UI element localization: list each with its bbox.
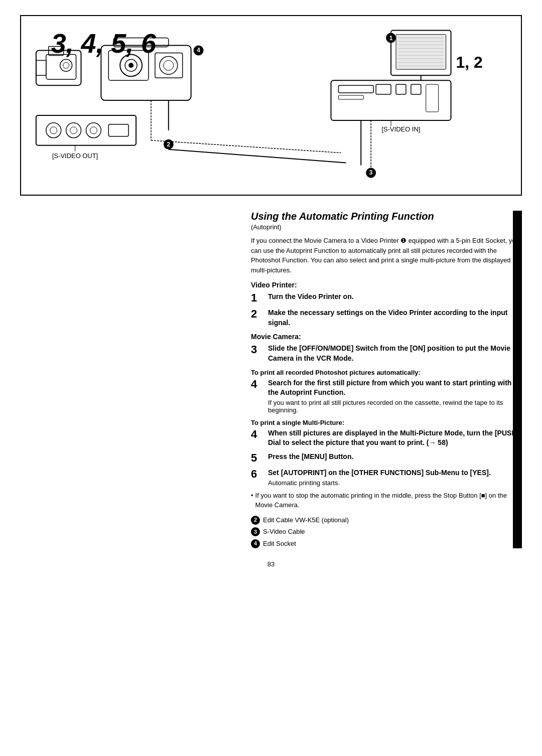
step-4p-text: Search for the first still picture from … <box>268 379 511 397</box>
step-3: 3 Slide the [OFF/ON/MODE] Switch from th… <box>251 344 522 363</box>
step-3-number: 3 <box>251 344 265 356</box>
legend-text-4: Edit Socket <box>263 539 296 549</box>
svg-point-13 <box>164 60 174 70</box>
step-6-number: 6 <box>251 468 265 480</box>
diagram-title: 3, 4, 5, 6 <box>51 28 157 58</box>
svg-point-23 <box>70 127 77 134</box>
step-1-text: Turn the Video Printer on. <box>268 292 522 302</box>
section-title: Using the Automatic Printing Function <box>251 211 522 222</box>
svg-rect-53 <box>396 84 406 94</box>
step-2-text: Make the necessary settings on the Video… <box>268 308 522 328</box>
step-5-text: Press the [MENU] Button. <box>268 452 522 462</box>
svg-text:4: 4 <box>197 47 200 54</box>
step-3-text: Slide the [OFF/ON/MODE] Switch from the … <box>268 344 522 363</box>
intro-text: If you connect the Movie Camera to a Vid… <box>251 236 522 275</box>
svg-rect-51 <box>338 95 363 99</box>
content-area: Using the Automatic Printing Function (A… <box>20 211 522 550</box>
step-6: 6 Set [AUTOPRINT] on the [OTHER FUNCTION… <box>251 468 522 487</box>
step-4m-number: 4 <box>251 428 265 440</box>
svg-point-24 <box>86 123 101 138</box>
movie-camera-label: Movie Camera: <box>251 333 522 341</box>
bullet-dot: • <box>251 491 253 501</box>
svg-rect-1 <box>36 60 46 75</box>
svg-rect-54 <box>411 84 421 94</box>
step-2: 2 Make the necessary settings on the Vid… <box>251 308 522 328</box>
section-subtitle: (Autoprint) <box>251 223 522 231</box>
step-6-sub: Automatic printing starts. <box>268 479 522 487</box>
multi-picture-label: To print a single Multi-Picture: <box>251 419 522 426</box>
svg-point-4 <box>63 62 69 68</box>
left-column <box>20 211 246 550</box>
diagram-section: 3, 4, 5, 6 4 <box>20 15 522 196</box>
video-printer-label: Video Printer: <box>251 281 522 289</box>
svg-point-20 <box>46 123 61 138</box>
step-4-photoshot: 4 Search for the first still picture fro… <box>251 378 522 414</box>
svg-point-10 <box>128 63 133 68</box>
legend-item-3: 3 S-Video Cable <box>251 527 522 537</box>
svg-text:3: 3 <box>369 169 373 176</box>
svg-text:[S-VIDEO OUT]: [S-VIDEO OUT] <box>52 152 98 160</box>
svg-rect-55 <box>426 84 439 112</box>
step-1: 1 Turn the Video Printer on. <box>251 292 522 304</box>
note-text-1: If you want to stop the automatic printi… <box>255 491 522 510</box>
step-5-number: 5 <box>251 452 265 464</box>
svg-rect-50 <box>338 85 373 93</box>
legend-text-2: Edit Cable VW-K5E (optional) <box>263 515 349 525</box>
svg-text:[S-VIDEO IN]: [S-VIDEO IN] <box>381 125 420 133</box>
legend-circle-4: 4 <box>251 539 260 548</box>
svg-point-21 <box>50 127 57 134</box>
step-4p-number: 4 <box>251 378 265 390</box>
legend-item-4: 4 Edit Socket <box>251 539 522 549</box>
black-edge-bar <box>513 211 522 548</box>
step-4m-text: When still pictures are displayed in the… <box>268 428 522 448</box>
step-6-text: Set [AUTOPRINT] on the [OTHER FUNCTIONS]… <box>268 469 491 477</box>
step-5: 5 Press the [MENU] Button. <box>251 452 522 464</box>
svg-point-22 <box>66 123 81 138</box>
legend-item-2: 2 Edit Cable VW-K5E (optional) <box>251 515 522 525</box>
svg-point-12 <box>160 56 178 74</box>
photoshot-label: To print all recorded Photoshot pictures… <box>251 369 522 376</box>
step-4p-sub: If you want to print all still pictures … <box>268 399 522 414</box>
svg-point-25 <box>90 127 97 134</box>
svg-point-3 <box>60 59 72 71</box>
legend-circle-3: 3 <box>251 527 260 536</box>
page: 3, 4, 5, 6 4 <box>0 0 542 756</box>
page-number: 83 <box>20 560 522 568</box>
step-2-number: 2 <box>251 308 265 320</box>
legend-circle-2: 2 <box>251 516 260 525</box>
svg-rect-52 <box>376 84 391 94</box>
note-bullet-1: • If you want to stop the automatic prin… <box>251 491 522 510</box>
legend-text-3: S-Video Cable <box>263 527 305 537</box>
svg-text:1, 2: 1, 2 <box>456 53 483 71</box>
svg-rect-26 <box>108 124 128 136</box>
right-column: Using the Automatic Printing Function (A… <box>246 211 522 550</box>
svg-text:1: 1 <box>389 35 393 42</box>
svg-line-32 <box>151 140 341 153</box>
step-1-number: 1 <box>251 292 265 304</box>
step-4-multi: 4 When still pictures are displayed in t… <box>251 428 522 448</box>
